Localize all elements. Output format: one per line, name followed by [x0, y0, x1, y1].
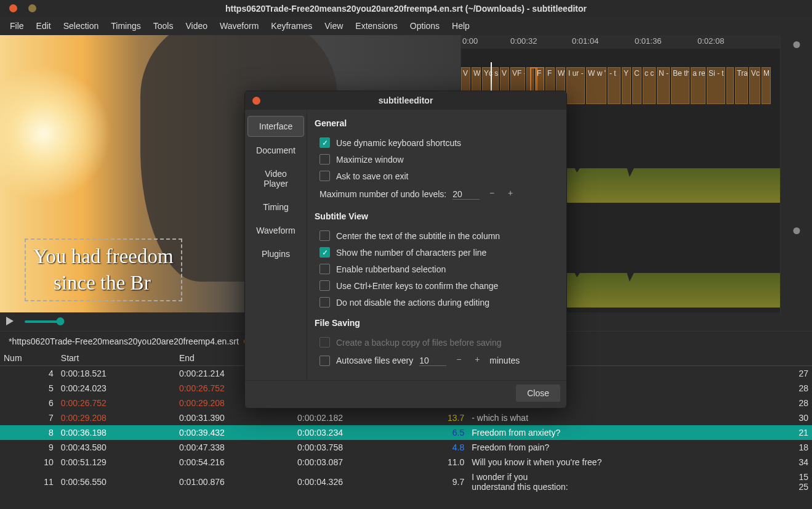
- menu-tools[interactable]: Tools: [147, 17, 180, 35]
- checkbox-rubberband[interactable]: Enable rubberband selection: [315, 261, 559, 277]
- menu-edit[interactable]: Edit: [30, 17, 57, 35]
- subtitle-block[interactable]: Vc: [749, 67, 760, 104]
- checkbox-show-chars[interactable]: Show the number of characters per line: [315, 244, 559, 261]
- video-subtitle-overlay[interactable]: You had freedom since the Br: [25, 238, 182, 301]
- menu-selection[interactable]: Selection: [57, 17, 105, 35]
- zoom-slider-thumb[interactable]: [793, 41, 800, 48]
- checkbox-ctrl-enter[interactable]: Use Ctrl+Enter keys to confirm the chang…: [315, 277, 559, 294]
- column-num[interactable]: Num: [0, 351, 57, 366]
- menu-file[interactable]: File: [4, 17, 30, 35]
- checkbox-icon[interactable]: [320, 154, 330, 165]
- table-cell: 30: [775, 410, 812, 425]
- dialog-tab-waveform[interactable]: Waveform: [247, 221, 304, 240]
- autosave-input[interactable]: [419, 356, 446, 366]
- table-cell: 0:00:31.390: [175, 410, 294, 425]
- time-tick: 0:02:08: [697, 36, 724, 46]
- subtitle-block[interactable]: C: [632, 67, 641, 104]
- table-row[interactable]: 110:00:56.5500:01:00.8760:00:04.3269.7I …: [0, 470, 812, 494]
- zoom-slider-thumb[interactable]: [793, 227, 800, 234]
- minus-icon[interactable]: −: [452, 354, 465, 367]
- checkbox-dynamic-shortcuts[interactable]: Use dynamic keyboard shortcuts: [315, 134, 559, 151]
- subtitle-block[interactable]: Tra: [735, 67, 748, 104]
- subtitle-block[interactable]: Si - t: [707, 67, 725, 104]
- checkbox-maximize-window[interactable]: Maximize window: [315, 151, 559, 168]
- autosave-unit: minutes: [489, 356, 520, 365]
- table-row[interactable]: 80:00:36.1980:00:39.4320:00:03.2346.5Fre…: [0, 425, 812, 440]
- dialog-tab-plugins[interactable]: Plugins: [247, 244, 304, 264]
- menu-keyframes[interactable]: Keyframes: [265, 17, 318, 35]
- checkbox-icon[interactable]: [320, 280, 330, 291]
- table-cell: 0:00:29.208: [57, 410, 175, 425]
- menu-help[interactable]: Help: [446, 17, 476, 35]
- checkbox-icon[interactable]: [320, 264, 330, 274]
- checkbox-icon[interactable]: [320, 171, 330, 181]
- subtitle-block[interactable]: N -: [657, 67, 670, 104]
- checkbox-icon[interactable]: [320, 297, 330, 307]
- column-charcount[interactable]: [775, 351, 812, 366]
- document-tab-name: *https0620Trade-Free20means20you20are20f…: [9, 336, 239, 346]
- time-tick: 0:01:04: [572, 36, 598, 46]
- menu-waveform[interactable]: Waveform: [214, 17, 265, 35]
- undo-levels-row: Maximum number of undo levels: − +: [315, 184, 559, 204]
- subtitle-block[interactable]: a re: [691, 67, 705, 104]
- table-row[interactable]: 70:00:29.2080:00:31.3900:00:02.18213.7- …: [0, 410, 812, 425]
- dialog-titlebar[interactable]: subtitleeditor: [245, 91, 566, 110]
- subtitle-block[interactable]: c c: [643, 67, 656, 104]
- checkbox-ask-save-exit[interactable]: Ask to save on exit: [315, 168, 559, 184]
- plus-icon[interactable]: +: [504, 188, 517, 200]
- autosave-label: Autosave files every: [336, 356, 413, 365]
- dialog-tab-interface[interactable]: Interface: [247, 116, 304, 137]
- seek-slider[interactable]: [25, 320, 234, 323]
- time-tick: 0:00: [462, 36, 478, 46]
- close-button[interactable]: Close: [516, 385, 560, 402]
- table-cell: 6: [0, 396, 57, 410]
- table-cell: 27: [775, 366, 812, 381]
- plus-icon[interactable]: +: [471, 354, 483, 367]
- table-cell: 18: [775, 440, 812, 455]
- table-cell: 0:00:26.752: [57, 396, 175, 410]
- checkbox-no-disable-actions[interactable]: Do not disable the actions during editin…: [315, 294, 559, 311]
- time-ruler[interactable]: 0:000:00:320:01:040:01:360:02:08: [461, 35, 812, 49]
- minus-icon[interactable]: −: [486, 188, 498, 200]
- section-title-file-saving: File Saving: [315, 318, 559, 328]
- menu-view[interactable]: View: [318, 17, 349, 35]
- table-cell: 0:00:18.521: [57, 366, 175, 381]
- table-cell: 0:00:36.198: [57, 425, 175, 440]
- table-cell: 1525: [775, 470, 812, 494]
- checkbox-icon[interactable]: [320, 356, 330, 366]
- subtitle-block[interactable]: M: [762, 67, 771, 104]
- seek-thumb[interactable]: [56, 317, 64, 325]
- checkbox-icon[interactable]: [320, 247, 330, 258]
- column-start[interactable]: Start: [57, 351, 175, 366]
- subtitle-block[interactable]: - t: [608, 67, 621, 104]
- svg-marker-0: [6, 317, 14, 325]
- table-cell: 4: [0, 366, 57, 381]
- table-row[interactable]: 100:00:51.1290:00:54.2160:00:03.08711.0W…: [0, 455, 812, 470]
- table-row[interactable]: 90:00:43.5800:00:47.3380:00:03.7584.8Fre…: [0, 440, 812, 455]
- menu-extensions[interactable]: Extensions: [349, 17, 403, 35]
- checkbox-center-text[interactable]: Center the text of the subtitle in the c…: [315, 227, 559, 244]
- table-cell: 0:00:24.023: [57, 381, 175, 396]
- table-cell: Will you know it when you're free?: [468, 455, 775, 470]
- table-cell: Freedom from anxiety?: [468, 425, 775, 440]
- subtitle-block[interactable]: [726, 67, 734, 104]
- subtitle-block[interactable]: I ur -: [566, 67, 585, 104]
- checkbox-icon[interactable]: [320, 230, 330, 241]
- time-tick: 0:00:32: [510, 36, 537, 46]
- dialog-tab-timing[interactable]: Timing: [247, 197, 304, 217]
- menu-timings[interactable]: Timings: [105, 17, 147, 35]
- subtitle-block[interactable]: W w "is: [586, 67, 606, 104]
- undo-levels-input[interactable]: [452, 189, 480, 200]
- dialog-tab-video-player[interactable]: Video Player: [247, 164, 304, 193]
- menu-video[interactable]: Video: [179, 17, 214, 35]
- checkbox-icon[interactable]: [320, 137, 330, 148]
- dialog-tabs: InterfaceDocumentVideo PlayerTimingWavef…: [245, 110, 307, 380]
- play-icon[interactable]: [5, 316, 15, 328]
- dialog-tab-document[interactable]: Document: [247, 140, 304, 160]
- menu-options[interactable]: Options: [404, 17, 446, 35]
- subtitle-block[interactable]: Be the: [671, 67, 689, 104]
- subtitle-text-line: You had freedom: [33, 245, 174, 267]
- window-titlebar: https0620Trade-Free20means20you20are20fr…: [0, 0, 812, 17]
- checkbox-label: Show the number of characters per line: [336, 248, 486, 258]
- subtitle-block[interactable]: Y: [622, 67, 631, 104]
